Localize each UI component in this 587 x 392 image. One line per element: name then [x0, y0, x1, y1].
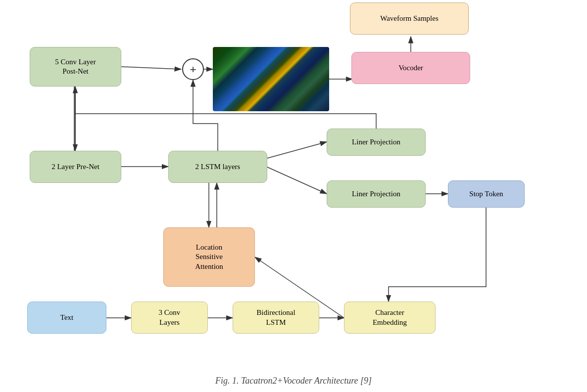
location-attention-node: LocationSensitiveAttention — [163, 227, 255, 287]
bilstm-label: BidirectionalLSTM — [256, 308, 295, 327]
plus-symbol: + — [182, 58, 204, 80]
stop-token-label: Stop Token — [469, 189, 503, 199]
conv3-node: 3 ConvLayers — [131, 302, 208, 334]
liner-proj2-node: Liner Projection — [327, 180, 426, 208]
conv3-label: 3 ConvLayers — [159, 308, 181, 327]
text-label: Text — [60, 313, 73, 323]
liner-proj1-label: Liner Projection — [352, 137, 400, 147]
spectrogram-image — [213, 47, 329, 111]
svg-line-5 — [121, 67, 181, 69]
caption-text: Fig. 1. Tacatron2+Vocoder Architecture [… — [215, 376, 372, 386]
lstm-node: 2 LSTM layers — [168, 151, 267, 183]
liner-proj1-node: Liner Projection — [327, 129, 426, 156]
waveform-samples-label: Waveform Samples — [380, 14, 439, 24]
char-embedding-label: CharacterEmbedding — [373, 308, 407, 327]
prenet-label: 2 Layer Pre-Net — [51, 162, 99, 172]
bilstm-node: BidirectionalLSTM — [233, 302, 319, 334]
conv-postnet-label: 5 Conv LayerPost-Net — [55, 57, 96, 77]
text-node: Text — [27, 302, 106, 334]
svg-line-7 — [267, 167, 327, 194]
location-attention-label: LocationSensitiveAttention — [195, 243, 223, 272]
stop-token-node: Stop Token — [448, 180, 525, 208]
diagram: + Waveform Samples Vocoder 5 Conv LayerP… — [0, 0, 587, 371]
figure-caption: Fig. 1. Tacatron2+Vocoder Architecture [… — [0, 371, 587, 391]
liner-proj2-label: Liner Projection — [352, 189, 400, 199]
waveform-samples-node: Waveform Samples — [350, 2, 469, 35]
prenet-node: 2 Layer Pre-Net — [30, 151, 121, 183]
vocoder-node: Vocoder — [351, 52, 470, 84]
char-embedding-node: CharacterEmbedding — [344, 302, 436, 334]
vocoder-label: Vocoder — [398, 63, 423, 73]
svg-line-6 — [267, 142, 327, 158]
conv-postnet-node: 5 Conv LayerPost-Net — [30, 47, 121, 87]
lstm-label: 2 LSTM layers — [196, 162, 241, 172]
